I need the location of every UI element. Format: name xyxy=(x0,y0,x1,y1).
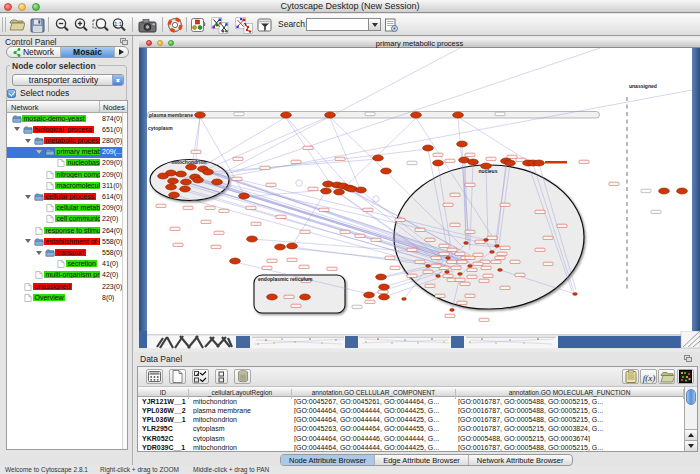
network-node[interactable] xyxy=(281,112,292,118)
tab-edge-attribute-browser[interactable]: Edge Attribute Browser xyxy=(375,455,469,465)
network-node[interactable] xyxy=(203,169,214,175)
network-node-small[interactable] xyxy=(426,265,431,268)
scroll-up-icon[interactable] xyxy=(685,429,697,440)
search-dropdown-button[interactable] xyxy=(369,18,381,31)
network-node[interactable] xyxy=(433,160,444,166)
network-node-small[interactable] xyxy=(498,269,503,272)
table-row[interactable]: YPL036W__1mitochondrion[GO:0044464, GO:0… xyxy=(138,416,684,425)
network-node-small[interactable] xyxy=(468,265,473,268)
help-lifesaver-icon[interactable] xyxy=(166,16,184,34)
select-attributes-icon[interactable] xyxy=(192,369,209,384)
network-window-titlebar[interactable]: primary metabolic process xyxy=(139,38,700,48)
select-nodes-checkbox[interactable] xyxy=(7,89,16,98)
network-node[interactable] xyxy=(168,178,179,184)
node-color-dropdown[interactable]: transporter activity xyxy=(12,74,124,86)
network-node[interactable] xyxy=(376,274,387,280)
network-node[interactable] xyxy=(321,188,332,194)
tree-row[interactable]: unassigned223(0) xyxy=(7,281,122,292)
table-row[interactable]: YDR039C__1mitochondrion[GO:0044464, GO:0… xyxy=(138,444,684,452)
network-node[interactable] xyxy=(468,159,479,165)
network-canvas[interactable]: plasma membranecytoplasmmitochondrionnuc… xyxy=(147,48,692,331)
network-node-small[interactable] xyxy=(436,275,441,278)
network-node[interactable] xyxy=(423,145,434,151)
tree-row[interactable]: Overview8(0) xyxy=(7,292,122,303)
network-node[interactable] xyxy=(381,168,392,174)
network-node[interactable] xyxy=(659,188,670,194)
zoom-out-icon[interactable] xyxy=(53,16,71,34)
float-data-panel-icon[interactable] xyxy=(684,355,692,362)
export-image-icon[interactable] xyxy=(137,16,157,34)
mosaic-color-icon[interactable] xyxy=(189,16,207,34)
new-attribute-icon[interactable] xyxy=(169,369,186,384)
network-node-small[interactable] xyxy=(402,298,407,301)
open-session-icon[interactable] xyxy=(8,16,26,34)
mosaic-split-icon[interactable] xyxy=(210,16,230,34)
tree-row[interactable]: multi-organism pro42(0) xyxy=(7,270,122,281)
save-session-icon[interactable] xyxy=(28,16,46,34)
network-node[interactable] xyxy=(166,184,177,190)
tree-row[interactable]: nitrogen compo209(0) xyxy=(7,169,122,180)
table-row[interactable]: YLR295Ccytoplasm[GO:0045263, GO:0044464,… xyxy=(138,425,684,434)
expander-icon[interactable] xyxy=(14,127,20,134)
network-node[interactable] xyxy=(247,236,258,242)
select-filter-icon[interactable] xyxy=(256,16,274,34)
mosaic-merge-icon[interactable] xyxy=(234,16,254,34)
network-node[interactable] xyxy=(534,160,545,166)
network-node[interactable] xyxy=(181,179,192,185)
network-node-small[interactable] xyxy=(450,309,455,312)
network-node[interactable] xyxy=(356,187,367,193)
expander-icon[interactable] xyxy=(36,251,42,258)
network-node-small[interactable] xyxy=(464,242,469,245)
tab-network[interactable]: Network xyxy=(7,47,61,57)
network-node[interactable] xyxy=(457,141,468,147)
tab-mosaic[interactable]: Mosaic xyxy=(61,47,115,57)
tree-row[interactable]: cellular process614(0) xyxy=(7,191,122,202)
expander-icon[interactable] xyxy=(36,150,42,157)
attribute-list-icon[interactable] xyxy=(215,369,228,384)
tree-row[interactable]: nucleobase-209(0) xyxy=(7,158,122,169)
table-scrollbar[interactable] xyxy=(684,387,697,451)
network-node[interactable] xyxy=(180,186,191,192)
scroll-down-icon[interactable] xyxy=(685,440,697,451)
scrollbar-thumb[interactable] xyxy=(686,389,696,405)
network-node[interactable] xyxy=(411,112,422,118)
network-node[interactable] xyxy=(677,188,688,194)
network-node-small[interactable] xyxy=(573,293,578,296)
tree-row[interactable]: secretion41(0) xyxy=(7,259,122,270)
tab-overflow-arrow[interactable] xyxy=(115,47,128,57)
network-node-small[interactable] xyxy=(446,257,451,260)
network-node-small[interactable] xyxy=(458,273,463,276)
network-node[interactable] xyxy=(373,155,384,161)
search-input[interactable] xyxy=(306,18,369,31)
tree-scrollbar[interactable] xyxy=(122,113,127,449)
table-row[interactable]: YJR121W__1mitochondrion[GO:0045267, GO:0… xyxy=(138,397,684,406)
tree-row[interactable]: primary metabo209(... xyxy=(7,147,122,158)
function-builder-icon[interactable]: f(x) xyxy=(640,369,657,384)
tree-row[interactable]: cell communicat22(0) xyxy=(7,214,122,225)
float-panel-icon[interactable] xyxy=(120,38,128,45)
tree-row[interactable]: macromolecule311(0) xyxy=(7,180,122,191)
expander-icon[interactable] xyxy=(25,139,31,146)
tab-network-attribute-browser[interactable]: Network Attribute Browser xyxy=(469,455,572,465)
network-node-small[interactable] xyxy=(484,239,489,242)
search-options-icon[interactable] xyxy=(382,16,400,34)
network-node[interactable] xyxy=(267,294,278,300)
table-row[interactable]: YKR052Ccytoplasm[GO:0044464, GO:0044446,… xyxy=(138,434,684,443)
tree-row[interactable]: establishment of lo558(0) xyxy=(7,236,122,247)
network-node[interactable] xyxy=(176,171,187,177)
tree-row[interactable]: metabolic process280(0) xyxy=(7,135,122,146)
attribute-matrix-icon[interactable] xyxy=(677,369,694,384)
network-node-small[interactable] xyxy=(490,251,495,254)
network-node[interactable] xyxy=(158,173,169,179)
network-node[interactable] xyxy=(300,294,311,300)
network-node[interactable] xyxy=(193,177,204,183)
network-node[interactable] xyxy=(169,192,180,198)
network-node[interactable] xyxy=(195,112,206,118)
toolbar-drag-handle[interactable] xyxy=(2,17,6,32)
network-node[interactable] xyxy=(325,112,336,118)
import-attributes-icon[interactable] xyxy=(658,369,675,384)
tree-row[interactable]: mosaic-demo-yeast874(0) xyxy=(7,113,122,124)
tree-row[interactable]: response to stimul264(0) xyxy=(7,225,122,236)
network-node[interactable] xyxy=(379,284,390,290)
zoom-actual-size-icon[interactable]: 1:1 xyxy=(110,16,128,34)
